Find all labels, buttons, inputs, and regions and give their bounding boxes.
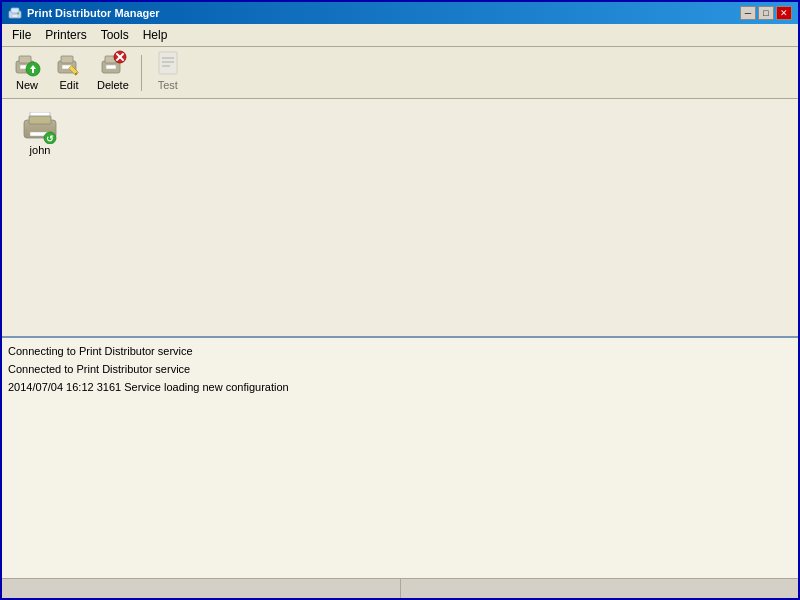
main-content: ↺ john Connecting to Print Distributor s…: [2, 99, 798, 578]
title-controls: ─ □ ✕: [740, 6, 792, 20]
test-button[interactable]: Test: [149, 46, 187, 94]
new-icon: [13, 49, 41, 77]
log-line-0: Connecting to Print Distributor service: [8, 342, 792, 360]
menu-help[interactable]: Help: [137, 26, 174, 44]
svg-rect-10: [61, 56, 73, 63]
status-right: [401, 579, 799, 598]
app-icon: [8, 6, 22, 20]
toolbar-separator: [141, 55, 142, 91]
title-bar-left: Print Distributor Manager: [8, 6, 160, 20]
log-line-2: 2014/07/04 16:12 3161 Service loading ne…: [8, 378, 792, 396]
svg-rect-2: [12, 15, 18, 17]
svg-point-3: [17, 13, 19, 15]
printers-panel: ↺ john: [2, 99, 798, 338]
printer-item[interactable]: ↺ john: [10, 107, 70, 161]
menu-file[interactable]: File: [6, 26, 37, 44]
maximize-button[interactable]: □: [758, 6, 774, 20]
new-button[interactable]: New: [8, 46, 46, 94]
delete-label: Delete: [97, 79, 129, 91]
status-left: [2, 579, 401, 598]
test-icon: [154, 49, 182, 77]
menu-bar: File Printers Tools Help: [2, 24, 798, 47]
printer-name: john: [30, 144, 51, 156]
log-line-1: Connected to Print Distributor service: [8, 360, 792, 378]
close-button[interactable]: ✕: [776, 6, 792, 20]
svg-text:↺: ↺: [46, 134, 54, 144]
menu-tools[interactable]: Tools: [95, 26, 135, 44]
status-bar: [2, 578, 798, 598]
printer-large-icon: ↺: [22, 112, 58, 142]
delete-icon: [99, 49, 127, 77]
main-window: Print Distributor Manager ─ □ ✕ File Pri…: [0, 0, 800, 600]
test-label: Test: [158, 79, 178, 91]
log-panel: Connecting to Print Distributor service …: [2, 338, 798, 578]
edit-button[interactable]: Edit: [50, 46, 88, 94]
minimize-button[interactable]: ─: [740, 6, 756, 20]
edit-icon: [55, 49, 83, 77]
svg-rect-5: [19, 56, 31, 63]
window-title: Print Distributor Manager: [27, 7, 160, 19]
svg-rect-26: [29, 116, 51, 124]
edit-label: Edit: [60, 79, 79, 91]
svg-rect-1: [11, 8, 19, 13]
svg-rect-16: [106, 65, 116, 69]
title-bar: Print Distributor Manager ─ □ ✕: [2, 2, 798, 24]
svg-rect-20: [159, 52, 177, 74]
delete-button[interactable]: Delete: [92, 46, 134, 94]
menu-printers[interactable]: Printers: [39, 26, 92, 44]
toolbar: New Edit: [2, 47, 798, 99]
new-label: New: [16, 79, 38, 91]
